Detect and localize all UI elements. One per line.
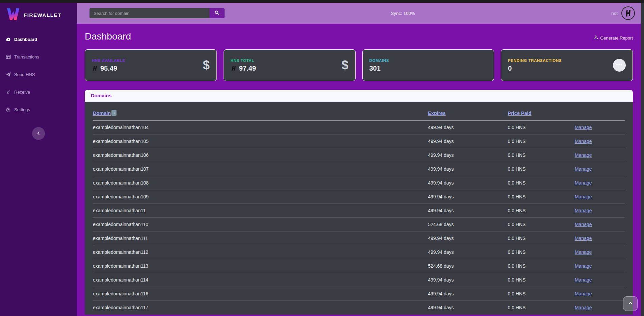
stat-card-label: HNS TOTAL	[231, 58, 256, 63]
stat-card-value: 97.49	[239, 65, 256, 72]
expires-cell: 499.94 days	[428, 180, 454, 186]
manage-link[interactable]: Manage	[575, 263, 592, 269]
manage-link[interactable]: Manage	[575, 208, 592, 213]
manage-link[interactable]: Manage	[575, 125, 592, 130]
sidebar-item-label: Dashboard	[14, 37, 37, 42]
table-row: exampledomainnathan111 499.94 days 0.0 H…	[93, 232, 625, 245]
price-paid-cell: 0.0 HNS	[508, 166, 526, 172]
gear-icon	[5, 107, 11, 112]
price-paid-cell: 0.0 HNS	[508, 249, 526, 255]
price-paid-cell: 0.0 HNS	[508, 236, 526, 241]
expires-cell: 499.94 days	[428, 194, 454, 199]
manage-link[interactable]: Manage	[575, 236, 592, 241]
main-content: Dashboard Generate Report HNS AVAILABLE …	[77, 24, 641, 316]
sidebar-item-label: Send HNS	[14, 72, 35, 77]
manage-link[interactable]: Manage	[575, 180, 592, 186]
domain-name-cell: exampledomainnathan114	[93, 277, 148, 283]
domain-search-form	[89, 8, 225, 18]
price-paid-cell: 0.0 HNS	[508, 194, 526, 199]
domain-name-cell: exampledomainnathan111	[93, 236, 148, 241]
price-paid-cell: 0.0 HNS	[508, 291, 526, 296]
stat-card-label: PENDING TRANSACTIONS	[508, 58, 562, 63]
sidebar-item-settings[interactable]: Settings	[0, 101, 77, 118]
stat-card-domains: DOMAINS 301	[362, 49, 494, 81]
page-title: Dashboard	[85, 31, 131, 42]
expires-cell: 499.94 days	[428, 249, 454, 255]
table-row: exampledomainnathan110 524.68 days 0.0 H…	[93, 218, 625, 232]
stat-cards-row: HNS AVAILABLE 95.49 $ HNS TOTAL 97.49	[85, 49, 633, 81]
dollar-sign-icon: $	[203, 59, 210, 71]
chevron-left-icon	[36, 130, 41, 137]
sidebar-item-dashboard[interactable]: Dashboard	[0, 30, 77, 48]
stat-card-hns-total: HNS TOTAL 97.49 $	[224, 49, 356, 81]
manage-link[interactable]: Manage	[575, 277, 592, 283]
vertical-scrollbar[interactable]	[641, 3, 644, 316]
sort-by-domain-link[interactable]: Domain	[93, 111, 111, 116]
expires-cell: 499.94 days	[428, 277, 454, 283]
generate-report-button[interactable]: Generate Report	[594, 35, 633, 42]
search-input[interactable]	[89, 8, 209, 18]
domain-name-cell: exampledomainnathan117	[93, 305, 148, 310]
table-row: exampledomainnathan105 499.94 days 0.0 H…	[93, 135, 625, 148]
stat-card-hns-available: HNS AVAILABLE 95.49 $	[85, 49, 217, 81]
table-row: exampledomainnathan107 499.94 days 0.0 H…	[93, 162, 625, 176]
chevron-up-icon	[628, 301, 633, 307]
expires-cell: 499.94 days	[428, 291, 454, 296]
stat-card-pending-transactions: PENDING TRANSACTIONS 0 •••	[501, 49, 633, 81]
manage-link[interactable]: Manage	[575, 222, 592, 227]
expires-cell: 499.94 days	[428, 139, 454, 144]
price-paid-cell: 0.0 HNS	[508, 222, 526, 227]
sort-by-price-link[interactable]: Price Paid	[508, 111, 532, 116]
sidebar-collapse-button[interactable]	[32, 127, 45, 140]
generate-report-label: Generate Report	[600, 35, 633, 41]
sort-by-expires-link[interactable]: Expires	[428, 111, 445, 116]
manage-link[interactable]: Manage	[575, 249, 592, 255]
domains-table-body: exampledomainnathan104 499.94 days 0.0 H…	[93, 121, 625, 315]
domains-panel: Domains Domain↓ Expires Price Paid examp…	[85, 90, 633, 315]
handshake-logo-icon	[620, 5, 636, 21]
manage-link[interactable]: Manage	[575, 139, 592, 144]
sidebar-nav: Dashboard Transactions Send HNS Receive …	[0, 30, 77, 118]
scroll-to-top-button[interactable]	[623, 296, 638, 311]
wallet-selector[interactable]: hot	[611, 3, 635, 24]
price-paid-cell: 0.0 HNS	[508, 180, 526, 186]
expires-cell: 499.94 days	[428, 166, 454, 172]
ellipsis-icon[interactable]: •••	[613, 59, 626, 72]
hns-logo-icon	[231, 66, 237, 71]
window-top-bar	[0, 0, 644, 3]
sidebar-item-send-hns[interactable]: Send HNS	[0, 66, 77, 83]
sidebar-item-receive[interactable]: Receive	[0, 83, 77, 101]
brand-name: FIREWALLET	[24, 12, 61, 18]
domain-name-cell: exampledomainnathan110	[93, 222, 148, 227]
price-paid-cell: 0.0 HNS	[508, 263, 526, 269]
manage-link[interactable]: Manage	[575, 305, 592, 310]
stat-card-value: 95.49	[100, 65, 117, 72]
firewallet-w-logo-icon	[5, 7, 20, 23]
table-row: exampledomainnathan106 499.94 days 0.0 H…	[93, 148, 625, 162]
expires-cell: 524.68 days	[428, 222, 454, 227]
manage-link[interactable]: Manage	[575, 166, 592, 172]
download-icon	[594, 35, 598, 41]
price-paid-cell: 0.0 HNS	[508, 152, 526, 158]
price-paid-cell: 0.0 HNS	[508, 139, 526, 144]
search-button[interactable]	[209, 8, 225, 18]
manage-link[interactable]: Manage	[575, 194, 592, 199]
sidebar-item-transactions[interactable]: Transactions	[0, 48, 77, 66]
manage-link[interactable]: Manage	[575, 291, 592, 296]
search-icon	[214, 10, 220, 16]
expires-cell: 499.94 days	[428, 152, 454, 158]
domain-name-cell: exampledomainnathan113	[93, 263, 148, 269]
domain-name-cell: exampledomainnathan116	[93, 291, 148, 296]
price-paid-cell: 0.0 HNS	[508, 305, 526, 310]
table-row: exampledomainnathan117 499.94 days 0.0 H…	[93, 301, 625, 315]
wallet-name: hot	[611, 11, 618, 16]
manage-link[interactable]: Manage	[575, 152, 592, 158]
table-row: exampledomainnathan116 499.94 days 0.0 H…	[93, 287, 625, 301]
stat-card-value: 0	[508, 65, 512, 72]
table-row: exampledomainnathan104 499.94 days 0.0 H…	[93, 121, 625, 135]
domain-name-cell: exampledomainnathan106	[93, 152, 149, 158]
expires-cell: 499.94 days	[428, 305, 454, 310]
table-row: exampledomainnathan109 499.94 days 0.0 H…	[93, 190, 625, 204]
brand-link[interactable]: FIREWALLET	[0, 3, 77, 26]
sort-direction-down-icon[interactable]: ↓	[111, 110, 117, 116]
